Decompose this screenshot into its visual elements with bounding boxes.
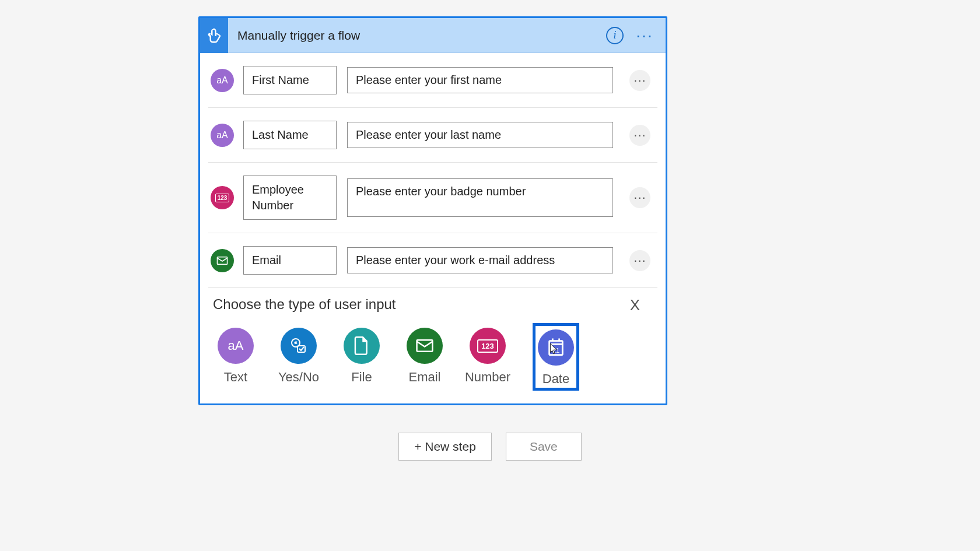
trigger-card: Manually trigger a flow i ··· aA First N… xyxy=(198,16,667,405)
file-icon xyxy=(344,328,380,364)
date-icon: 21 xyxy=(538,329,574,366)
picker-title: Choose the type of user input xyxy=(213,296,653,313)
picker-option-label: Email xyxy=(409,370,441,385)
picker-option-file[interactable]: File xyxy=(344,323,380,391)
picker-option-label: Date xyxy=(542,371,569,387)
input-description-field[interactable]: Please enter your work e-mail address xyxy=(347,247,613,273)
svg-rect-1 xyxy=(298,346,305,352)
card-header[interactable]: Manually trigger a flow i ··· xyxy=(200,18,666,53)
input-description-field[interactable]: Please enter your last name xyxy=(347,122,613,148)
footer-buttons: + New step Save xyxy=(0,433,980,461)
input-name-field[interactable]: First Name xyxy=(243,66,337,94)
trigger-icon xyxy=(200,18,228,53)
input-name-field[interactable]: Email xyxy=(243,246,337,275)
input-row: Email Please enter your work e-mail addr… xyxy=(208,233,657,288)
info-icon[interactable]: i xyxy=(606,27,624,44)
input-row: 123 Employee Number Please enter your ba… xyxy=(208,163,657,233)
inputs-area: aA First Name Please enter your first na… xyxy=(200,53,666,288)
picker-option-number[interactable]: 123 Number xyxy=(470,323,506,391)
input-row: aA Last Name Please enter your last name… xyxy=(208,108,657,163)
yesno-icon xyxy=(281,328,317,364)
input-name-field[interactable]: Last Name xyxy=(243,121,337,149)
input-description-field[interactable]: Please enter your first name xyxy=(347,67,613,93)
new-step-button[interactable]: + New step xyxy=(398,433,492,461)
picker-option-label: Yes/No xyxy=(278,370,319,385)
picker-close-button[interactable]: X xyxy=(630,296,640,314)
picker-option-label: File xyxy=(351,370,372,385)
picker-option-date[interactable]: 21 Date xyxy=(533,323,579,391)
card-more-menu[interactable]: ··· xyxy=(634,26,655,45)
text-icon: aA xyxy=(218,328,254,364)
text-type-icon: aA xyxy=(211,69,234,92)
input-description-field[interactable]: Please enter your badge number xyxy=(347,178,613,217)
text-type-icon: aA xyxy=(211,124,234,147)
number-type-icon: 123 xyxy=(211,186,234,209)
email-type-icon xyxy=(211,249,234,272)
input-row: aA First Name Please enter your first na… xyxy=(208,53,657,108)
picker-option-label: Text xyxy=(224,370,247,385)
save-button[interactable]: Save xyxy=(506,433,582,461)
number-icon: 123 xyxy=(470,328,506,364)
input-name-field[interactable]: Employee Number xyxy=(243,176,337,220)
input-type-picker: Choose the type of user input X aA Text … xyxy=(200,288,666,403)
picker-option-label: Number xyxy=(465,370,510,385)
picker-option-text[interactable]: aA Text xyxy=(218,323,254,391)
email-icon xyxy=(407,328,443,364)
picker-option-yesno[interactable]: Yes/No xyxy=(281,323,317,391)
input-more-menu[interactable]: ··· xyxy=(629,250,650,271)
input-more-menu[interactable]: ··· xyxy=(629,187,650,208)
svg-text:21: 21 xyxy=(552,347,560,354)
input-more-menu[interactable]: ··· xyxy=(629,70,650,91)
input-more-menu[interactable]: ··· xyxy=(629,125,650,146)
card-title: Manually trigger a flow xyxy=(228,29,606,43)
picker-options: aA Text Yes/No File Email xyxy=(213,320,653,391)
picker-option-email[interactable]: Email xyxy=(407,323,443,391)
